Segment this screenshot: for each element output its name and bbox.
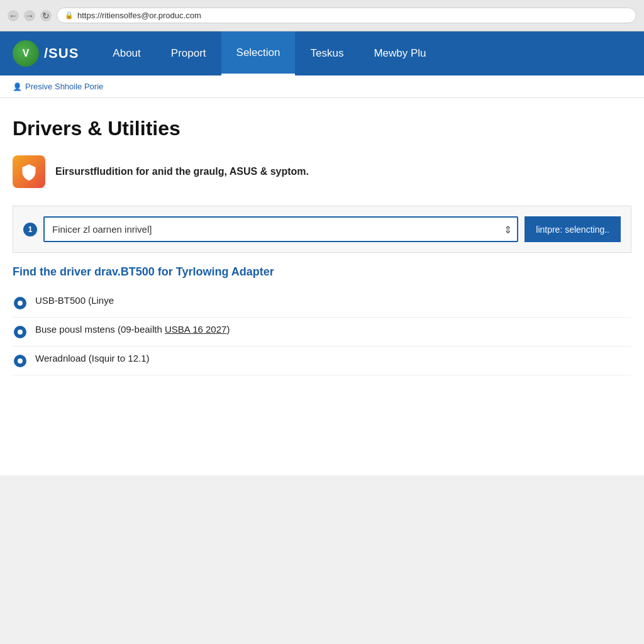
result-link-1[interactable]: USBA 16 2027 bbox=[165, 324, 226, 335]
result-text-1: Buse pousl mstens (09-beailth USBA 16 20… bbox=[35, 324, 631, 335]
results-section: Find the driver drav.BT500 for Tyrlowing… bbox=[13, 265, 631, 375]
url-text: https://ritiensolfes@or.produc.com bbox=[77, 11, 201, 20]
nav-item-mewby[interactable]: Mewby Plu bbox=[358, 31, 441, 75]
svg-point-5 bbox=[18, 358, 23, 364]
search-section: 1 ⇕ lintpre: selencting.. bbox=[13, 206, 631, 253]
result-bullet-icon-1 bbox=[13, 325, 28, 340]
back-button[interactable]: ← bbox=[8, 10, 19, 21]
dropdown-arrow-icon[interactable]: ⇕ bbox=[504, 223, 512, 235]
result-item-1[interactable]: Buse pousl mstens (09-beailth USBA 16 20… bbox=[13, 318, 631, 347]
result-item-0[interactable]: USB-BT500 (Linye bbox=[13, 289, 631, 318]
page-title: Drivers & Utilities bbox=[13, 117, 631, 140]
svg-point-1 bbox=[18, 301, 23, 306]
address-bar[interactable]: 🔒 https://ritiensolfes@or.produc.com bbox=[57, 8, 636, 23]
search-input[interactable] bbox=[43, 216, 518, 242]
nav-items: About Proport Selection Teskus Mewby Plu bbox=[97, 31, 631, 75]
description-text: Eirsurstfludition for anid the graulg, A… bbox=[55, 166, 309, 177]
shield-icon bbox=[13, 155, 45, 188]
brand-name: /SUS bbox=[44, 45, 79, 62]
search-row: 1 ⇕ lintpre: selencting.. bbox=[23, 216, 621, 242]
nav-item-teskus[interactable]: Teskus bbox=[295, 31, 358, 75]
logo-circle: V bbox=[13, 40, 39, 67]
nav-item-selection[interactable]: Selection bbox=[221, 31, 296, 75]
result-text-0: USB-BT500 (Linye bbox=[35, 295, 631, 306]
svg-point-3 bbox=[18, 330, 23, 335]
result-text-2: Weradnload (Isquir to 12.1) bbox=[35, 353, 631, 364]
result-bullet-icon-2 bbox=[13, 353, 28, 369]
breadcrumb-text: Presive Shhoile Porie bbox=[25, 82, 103, 91]
result-heading: Find the driver drav.BT500 for Tyrlowing… bbox=[13, 265, 631, 279]
breadcrumb[interactable]: 👤 Presive Shhoile Porie bbox=[0, 75, 644, 98]
browser-chrome: ← → ↻ 🔒 https://ritiensolfes@or.produc.c… bbox=[0, 0, 644, 31]
search-input-wrap: ⇕ bbox=[43, 216, 518, 242]
main-content: Drivers & Utilities Eirsurstfludition fo… bbox=[0, 98, 644, 475]
description-row: Eirsurstfludition for anid the graulg, A… bbox=[13, 155, 631, 188]
user-icon: 👤 bbox=[13, 82, 22, 91]
nav-logo: V /SUS bbox=[13, 31, 79, 75]
step-badge: 1 bbox=[23, 223, 37, 236]
nav-item-about[interactable]: About bbox=[97, 31, 155, 75]
result-bullet-icon-0 bbox=[13, 296, 28, 311]
nav-item-proport[interactable]: Proport bbox=[156, 31, 221, 75]
lock-icon: 🔒 bbox=[65, 11, 74, 19]
filter-button[interactable]: lintpre: selencting.. bbox=[525, 216, 621, 242]
reload-button[interactable]: ↻ bbox=[40, 10, 52, 21]
forward-button[interactable]: → bbox=[24, 10, 35, 21]
result-item-2[interactable]: Weradnload (Isquir to 12.1) bbox=[13, 347, 631, 375]
nav-bar: V /SUS About Proport Selection Teskus Me… bbox=[0, 31, 644, 75]
